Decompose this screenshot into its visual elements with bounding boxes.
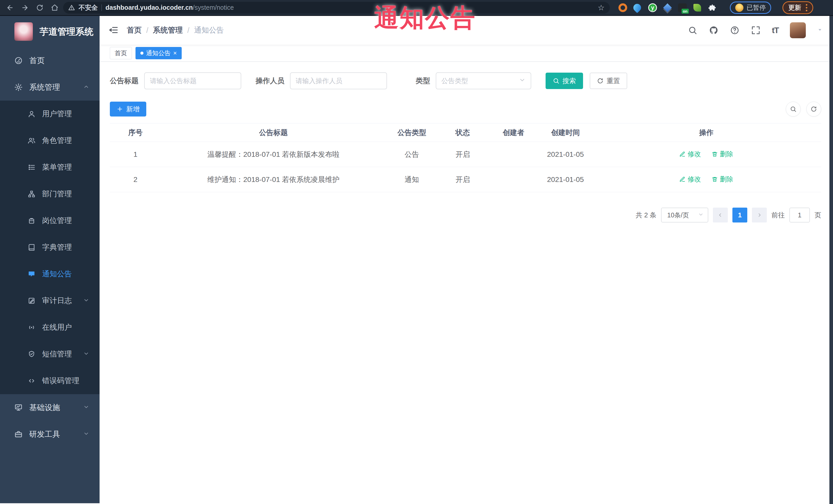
operator-filter-input[interactable] (290, 72, 387, 89)
logo-avatar (15, 22, 33, 41)
not-secure-label[interactable]: 不安全 (78, 3, 98, 12)
cell-type: 通知 (386, 167, 438, 192)
delete-label: 删除 (720, 175, 733, 184)
collapse-sidebar-icon[interactable] (108, 25, 119, 36)
tag-notice-active[interactable]: 通知公告 × (136, 47, 182, 59)
prev-page-button[interactable] (713, 208, 728, 222)
sidebar-logo[interactable]: 芋道管理系统 (0, 16, 100, 47)
sidebar-item-label: 部门管理 (42, 189, 72, 199)
sidebar-item-label: 在线用户 (42, 322, 72, 333)
cell-no: 1 (110, 142, 161, 167)
sidebar-item-online-users[interactable]: 在线用户 (0, 314, 100, 341)
add-button-label: 新增 (126, 105, 140, 114)
user-avatar[interactable] (790, 22, 806, 38)
col-type: 公告类型 (386, 123, 438, 142)
col-created: 创建时间 (540, 123, 591, 142)
delete-link[interactable]: 删除 (712, 150, 733, 159)
refresh-table-button[interactable] (806, 102, 821, 117)
add-button[interactable]: 新增 (110, 102, 146, 117)
next-page-button[interactable] (752, 208, 767, 222)
sidebar-item-home[interactable]: 首页 (0, 47, 100, 74)
trash-icon (712, 151, 718, 157)
blue-drop-extension-icon[interactable] (633, 3, 642, 12)
edit-link[interactable]: 修改 (679, 175, 701, 184)
breadcrumb-system[interactable]: 系统管理 (153, 25, 183, 35)
browser-home-icon[interactable] (48, 1, 61, 14)
edit-label: 修改 (688, 175, 701, 184)
plus-icon (117, 106, 123, 113)
goto-label: 前往 (771, 211, 785, 220)
edit-link[interactable]: 修改 (679, 150, 701, 159)
extension-letter: y (651, 4, 654, 11)
toggle-search-button[interactable] (786, 102, 801, 117)
orange-donut-extension-icon[interactable] (618, 3, 627, 12)
diamond-extension-icon[interactable] (663, 3, 672, 12)
not-secure-warning-icon[interactable] (68, 4, 75, 11)
browser-scrollbar[interactable] (829, 16, 833, 504)
pagination: 共 2 条 10条/页 1 前往 页 (110, 208, 821, 222)
tag-home[interactable]: 首页 (110, 47, 132, 59)
browser-reload-icon[interactable] (33, 1, 46, 14)
browser-forward-icon[interactable] (19, 1, 31, 14)
address-bar[interactable]: 不安全 dashboard.yudao.iocoder.cn/system/no… (63, 2, 610, 14)
browser-menu-dots-icon[interactable] (806, 4, 807, 11)
user-icon (28, 110, 35, 118)
sidebar-item-dept-mgmt[interactable]: 部门管理 (0, 181, 100, 207)
title-filter-input[interactable] (144, 72, 241, 89)
cell-type: 公告 (386, 142, 438, 167)
sms-shield-icon (28, 350, 35, 358)
avatar-dropdown-caret-icon[interactable] (817, 27, 823, 33)
sidebar-item-label: 系统管理 (29, 82, 60, 93)
sidebar-item-notice[interactable]: 通知公告 (0, 261, 100, 287)
bookmark-star-icon[interactable]: ☆ (598, 4, 604, 11)
sidebar-item-audit-log[interactable]: 审计日志 (0, 287, 100, 314)
fullscreen-icon[interactable] (751, 25, 761, 35)
browser-update-button[interactable]: 更新 (782, 1, 813, 14)
green-y-extension-icon[interactable]: y (648, 3, 657, 12)
page-size-select[interactable]: 10条/页 (661, 208, 708, 222)
search-button[interactable]: 搜索 (546, 73, 583, 89)
table-row: 2 维护通知：2018-07-01 若依系统凌晨维护 通知 开启 2021-01… (110, 167, 821, 192)
font-size-icon[interactable]: tT (772, 26, 779, 35)
profile-emoji-icon (735, 4, 743, 12)
sidebar-item-post-mgmt[interactable]: 岗位管理 (0, 207, 100, 234)
switch-extension-icon[interactable]: on (678, 3, 687, 12)
pencil-icon (679, 176, 686, 183)
current-page[interactable]: 1 (732, 208, 747, 222)
cell-title: 温馨提醒：2018-07-01 若依新版本发布啦 (161, 142, 386, 167)
sidebar-item-infrastructure[interactable]: 基础设施 (0, 394, 100, 421)
leaf-extension-icon[interactable] (693, 3, 701, 12)
url-text[interactable]: dashboard.yudao.iocoder.cn/system/notice (105, 4, 234, 11)
cell-creator (487, 142, 540, 167)
search-icon (553, 77, 560, 84)
sidebar-item-dict-mgmt[interactable]: 字典管理 (0, 234, 100, 261)
reset-button[interactable]: 重置 (590, 73, 627, 89)
table-toolbar: 新增 (110, 102, 821, 117)
sidebar-item-errorcode-mgmt[interactable]: 错误码管理 (0, 367, 100, 394)
sidebar-item-devtools[interactable]: 研发工具 (0, 421, 100, 448)
help-icon[interactable] (730, 25, 740, 35)
chevron-up-icon (83, 83, 89, 92)
cell-created: 2021-01-05 (540, 142, 591, 167)
github-icon[interactable] (709, 25, 718, 35)
sidebar-item-user-mgmt[interactable]: 用户管理 (0, 101, 100, 127)
dashboard-icon (15, 56, 23, 65)
sidebar-item-sms-mgmt[interactable]: 短信管理 (0, 341, 100, 367)
goto-page-input[interactable] (789, 208, 810, 222)
delete-link[interactable]: 删除 (712, 175, 733, 184)
refresh-icon (597, 77, 603, 84)
refresh-icon (810, 106, 817, 113)
profile-paused-chip[interactable]: 已暂停 (730, 2, 771, 14)
breadcrumb-home[interactable]: 首页 (127, 25, 142, 35)
page-size-value: 10条/页 (667, 211, 689, 219)
browser-back-icon[interactable] (4, 1, 17, 14)
extensions-puzzle-icon[interactable] (708, 3, 716, 12)
sidebar-item-label: 字典管理 (42, 242, 72, 253)
sidebar-item-role-mgmt[interactable]: 角色管理 (0, 127, 100, 154)
code-brackets-icon (28, 377, 35, 385)
sidebar-item-menu-mgmt[interactable]: 菜单管理 (0, 154, 100, 181)
sidebar-item-system[interactable]: 系统管理 (0, 74, 100, 101)
tag-close-icon[interactable]: × (173, 50, 177, 56)
search-icon[interactable] (688, 25, 697, 35)
type-filter-select[interactable]: 公告类型 (436, 72, 531, 89)
